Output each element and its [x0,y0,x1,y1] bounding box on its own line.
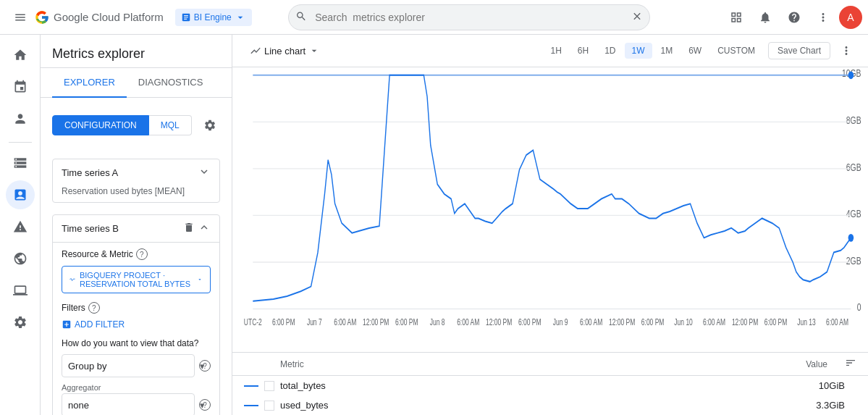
svg-text:6:00 PM: 6:00 PM [395,318,418,327]
svg-text:6:00 PM: 6:00 PM [764,318,788,327]
time-btn-1w[interactable]: 1W [625,43,652,59]
svg-text:Jun 9: Jun 9 [553,318,568,327]
time-series-b-collapse-icon[interactable] [198,221,211,236]
left-panel: Metrics explorer EXPLORER DIAGNOSTICS CO… [41,35,232,415]
bi-engine-label: BI Engine [194,12,232,22]
time-btn-1m[interactable]: 1M [654,43,681,59]
svg-text:Jun 8: Jun 8 [430,318,445,327]
config-settings-icon[interactable] [200,115,220,135]
topbar: Google Cloud Platform BI Engine A [0,0,868,35]
svg-text:Jun 13: Jun 13 [797,318,816,327]
used-bytes-line [253,75,851,301]
svg-text:2GB: 2GB [846,254,861,267]
legend-color-1 [244,405,258,406]
legend-value-0: 10GiB [819,380,845,391]
resource-metric-label: Resource & Metric ? [62,248,211,260]
time-series-a-subtitle: Reservation used bytes [MEAN] [53,186,219,202]
chart-svg: 10GB 8GB 6GB 4GB 2GB 0 [232,67,868,350]
time-btn-1h[interactable]: 1H [543,43,568,59]
sidebar-item-network[interactable] [6,244,35,273]
resource-metric-info-icon[interactable]: ? [136,248,148,260]
sidebar-divider [9,142,32,143]
aggregator-select[interactable]: none [62,393,195,415]
legend-area: Metric Value total_bytes 10GiB used_byte… [232,352,868,415]
legend-settings-icon[interactable] [845,357,856,371]
chart-type-selector[interactable]: Line chart [244,42,326,59]
svg-text:8GB: 8GB [846,114,861,126]
legend-checkbox-1[interactable] [264,401,274,411]
user-avatar[interactable]: A [839,6,862,29]
main-container: Metrics explorer EXPLORER DIAGNOSTICS CO… [41,35,868,415]
svg-point-13 [848,234,854,242]
group-by-row: Group by ▾ ? [62,354,211,377]
group-by-select[interactable]: Group by [62,354,195,377]
menu-icon[interactable] [6,3,35,32]
chart-type-label: Line chart [264,46,306,56]
view-label: How do you want to view that data? [62,338,211,348]
svg-text:4GB: 4GB [846,207,861,219]
svg-text:6:00 PM: 6:00 PM [272,318,295,327]
svg-text:6:00 AM: 6:00 AM [457,318,479,327]
svg-text:12:00 PM: 12:00 PM [363,318,389,327]
svg-text:6:00 PM: 6:00 PM [641,318,665,327]
right-panel: Line chart 1H 6H 1D 1W 1M 6W CUSTOM Save… [232,35,868,415]
time-btn-custom[interactable]: CUSTOM [710,43,762,59]
sidebar-item-alerts[interactable] [6,212,35,241]
page-title: Metrics explorer [52,46,220,62]
svg-text:0: 0 [857,301,861,313]
search-icon [295,10,307,24]
sidebar-item-compute[interactable] [6,276,35,305]
time-btn-6h[interactable]: 6H [570,43,596,59]
group-by-help-icon[interactable]: ? [199,360,211,372]
svg-text:12:00 PM: 12:00 PM [609,318,635,327]
filters-info-icon[interactable]: ? [88,302,100,314]
aggregator-row: Aggregator none ▾ ? [62,383,211,415]
config-tab-configuration[interactable]: CONFIGURATION [52,115,149,135]
time-btn-1d[interactable]: 1D [597,43,623,59]
config-tab-mql[interactable]: MQL [149,115,192,135]
legend-value-col-header: Value [806,359,827,369]
chart-area: 10GB 8GB 6GB 4GB 2GB 0 [232,67,868,415]
metric-selector-btn[interactable]: BIGQUERY PROJECT · RESERVATION TOTAL BYT… [62,266,211,293]
legend-checkbox-0[interactable] [264,381,274,391]
search-input[interactable] [288,4,650,30]
aggregator-help-icon[interactable]: ? [199,399,211,411]
time-btn-6w[interactable]: 6W [681,43,709,59]
time-series-a-header[interactable]: Time series A [53,159,219,186]
notification-icon-btn[interactable] [752,4,778,30]
bi-engine-selector[interactable]: BI Engine [175,9,252,26]
legend-row-0: total_bytes 10GiB [232,376,868,395]
chart-more-btn[interactable] [836,41,856,61]
legend-name-0: total_bytes [280,380,819,391]
add-filter-label: ADD FILTER [75,319,125,330]
search-container [288,4,650,30]
search-clear-icon[interactable] [631,10,643,24]
sidebar-item-pin[interactable] [6,72,35,101]
add-filter-btn[interactable]: ADD FILTER [62,319,211,330]
config-header-row: CONFIGURATION MQL [52,109,220,141]
sidebar-item-person[interactable] [6,104,35,133]
app-logo[interactable]: Google Cloud Platform [35,10,164,25]
time-series-b-delete-icon[interactable] [183,222,195,235]
time-series-b-header[interactable]: Time series B [53,215,219,242]
sidebar-item-storage[interactable] [6,148,35,177]
topbar-actions: A [723,4,862,30]
more-icon-btn[interactable] [810,4,836,30]
chart-toolbar: Line chart 1H 6H 1D 1W 1M 6W CUSTOM Save… [232,35,868,67]
sidebar-item-monitoring[interactable] [6,180,35,209]
svg-text:Jun 7: Jun 7 [307,318,322,327]
tab-explorer[interactable]: EXPLORER [52,68,127,98]
svg-text:6:00 AM: 6:00 AM [334,318,356,327]
aggregator-label: Aggregator [62,383,211,392]
tab-diagnostics[interactable]: DIAGNOSTICS [127,68,215,98]
grid-icon-btn[interactable] [723,4,749,30]
svg-text:6:00 PM: 6:00 PM [518,318,542,327]
time-series-b-title: Time series B [62,223,177,234]
sidebar-item-settings[interactable] [6,308,35,337]
time-series-a-collapse-icon[interactable] [198,165,211,180]
save-chart-btn[interactable]: Save Chart [768,42,830,59]
sidebar-item-home[interactable] [6,41,35,70]
legend-name-1: used_bytes [280,400,816,411]
help-icon-btn[interactable] [781,4,807,30]
svg-text:12:00 PM: 12:00 PM [732,318,758,327]
